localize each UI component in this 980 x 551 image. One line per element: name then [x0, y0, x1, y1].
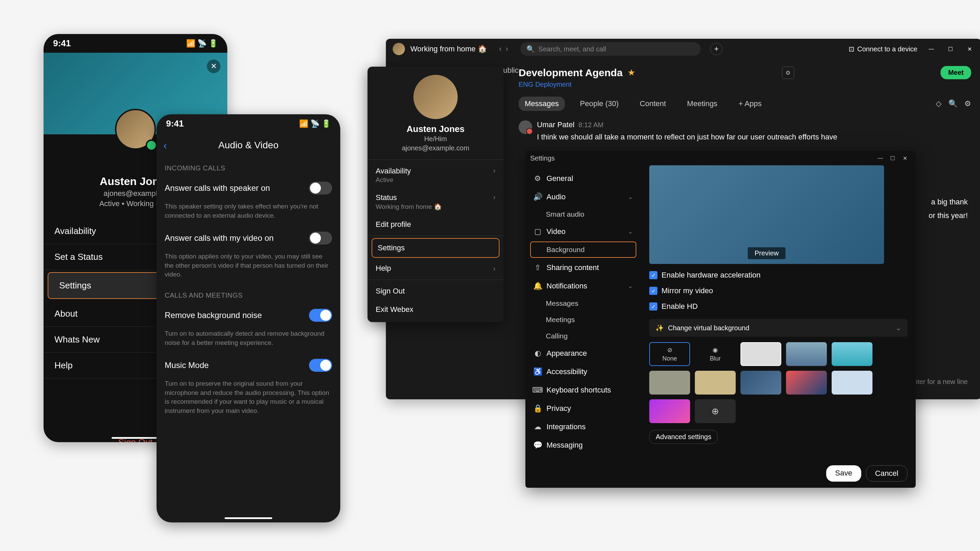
popover-exit[interactable]: Exit Webex [368, 300, 504, 319]
background-dropdown[interactable]: ✨ Change virtual background ⌄ [649, 319, 907, 337]
tag-icon[interactable]: ◇ [936, 99, 942, 108]
check-mirror[interactable]: ✓Mirror my video [649, 286, 907, 295]
bg-option-add[interactable]: ⊕ [695, 399, 736, 423]
check-hardware-accel[interactable]: ✓Enable hardware acceleration [649, 271, 907, 279]
minimize-icon[interactable]: — [926, 44, 937, 54]
avatar[interactable] [393, 43, 405, 55]
video-toggle-row[interactable]: Answer calls with my video on [156, 225, 340, 251]
sidebar-video[interactable]: ▢Video⌄ [525, 222, 641, 241]
sidebar-meetings[interactable]: 📅Meetings⌄ [525, 454, 641, 459]
settings-sidebar: ⚙General 🔊Audio⌄ Smart audio ▢Video⌄ Bac… [525, 165, 641, 459]
preview-label: Preview [748, 247, 785, 259]
screen-title: Audio & Video [163, 140, 334, 151]
sidebar-audio[interactable]: 🔊Audio⌄ [525, 188, 641, 206]
music-label: Music Mode [165, 360, 208, 370]
video-toggle[interactable] [309, 232, 332, 245]
noise-toggle-row[interactable]: Remove background noise [156, 303, 340, 328]
bg-option-blur[interactable]: ◉Blur [695, 342, 736, 366]
tab-meetings[interactable]: Meetings [681, 97, 724, 111]
sidebar-smart-audio[interactable]: Smart audio [525, 206, 641, 222]
sidebar-integrations[interactable]: ☁Integrations [525, 418, 641, 436]
search-icon[interactable]: 🔍 [948, 99, 958, 108]
check-hd[interactable]: ✓Enable HD [649, 302, 907, 311]
mobile-audio-video-screen: 9:41 📶 📡 🔋 ‹ Audio & Video INCOMING CALL… [156, 114, 340, 522]
presence-dot [146, 140, 157, 151]
video-description: This option applies only to your video, … [156, 251, 340, 285]
nav-forward-icon[interactable]: › [506, 44, 508, 53]
avatar[interactable] [414, 75, 458, 119]
tab-apps[interactable]: + Apps [732, 97, 768, 111]
minimize-icon[interactable]: — [874, 153, 886, 163]
sidebar-notif-calling[interactable]: Calling [525, 328, 641, 344]
sidebar-notif-meetings[interactable]: Meetings [525, 311, 641, 328]
close-icon[interactable]: ✕ [899, 153, 911, 163]
close-icon[interactable]: ✕ [207, 60, 221, 73]
popover-sign-out[interactable]: Sign Out [368, 282, 504, 300]
bg-option-image[interactable] [786, 371, 827, 395]
popover-settings[interactable]: Settings [372, 238, 500, 258]
chevron-down-icon: ⌄ [628, 193, 633, 201]
popover-status[interactable]: Status › Working from home 🏠 [368, 189, 504, 215]
nav-back-icon[interactable]: ‹ [499, 44, 501, 53]
close-icon[interactable]: ✕ [964, 44, 975, 54]
space-team[interactable]: ENG Deployment [519, 81, 971, 89]
popover-help[interactable]: Help › [368, 259, 504, 278]
search-placeholder: Search, meet, and call [538, 45, 606, 53]
advanced-settings-button[interactable]: Advanced settings [649, 430, 718, 444]
bg-option-image[interactable] [740, 371, 781, 395]
sidebar-accessibility[interactable]: ♿Accessibility [525, 362, 641, 381]
connect-device-button[interactable]: ⊡ Connect to a device [849, 45, 917, 53]
chat-icon: 💬 [533, 441, 542, 449]
add-button[interactable]: + [710, 43, 722, 55]
bg-option-image[interactable] [832, 342, 872, 366]
music-toggle-row[interactable]: Music Mode [156, 353, 340, 378]
chevron-right-icon: › [493, 265, 495, 272]
user-status[interactable]: Working from home 🏠 [410, 44, 487, 53]
tab-messages[interactable]: Messages [519, 97, 565, 111]
maximize-icon[interactable]: ☐ [945, 44, 956, 54]
bg-option-image[interactable] [695, 371, 736, 395]
noise-toggle[interactable] [309, 309, 332, 322]
user-pronouns: He/Him [368, 135, 504, 143]
home-indicator[interactable] [224, 517, 272, 519]
space-tabs: Messages People (30) Content Meetings + … [519, 97, 971, 111]
profile-popover: Austen Jones He/Him ajones@example.com A… [368, 67, 504, 322]
sidebar-appearance[interactable]: ◐Appearance [525, 344, 641, 362]
bg-option-image[interactable] [832, 371, 872, 395]
screen-header: ‹ Audio & Video [156, 133, 340, 157]
tab-content[interactable]: Content [633, 97, 672, 111]
sidebar-notif-messages[interactable]: Messages [525, 295, 641, 311]
home-indicator[interactable] [111, 437, 159, 439]
star-icon[interactable]: ★ [627, 67, 635, 78]
sidebar-sharing[interactable]: ⇧Sharing content [525, 259, 641, 277]
message-avatar[interactable] [519, 121, 532, 134]
music-toggle[interactable] [309, 359, 332, 372]
bg-option-none[interactable]: ⊘None [649, 342, 690, 366]
meet-button[interactable]: Meet [940, 66, 971, 79]
sidebar-background[interactable]: Background [530, 241, 636, 258]
bg-option-image[interactable] [649, 399, 690, 423]
record-icon[interactable]: ⊙ [782, 67, 794, 79]
sidebar-general[interactable]: ⚙General [525, 169, 641, 188]
enter-hint: Enter for a new line [909, 378, 968, 386]
bg-option-image[interactable] [740, 342, 781, 366]
sidebar-privacy[interactable]: 🔒Privacy [525, 399, 641, 418]
speaker-toggle-row[interactable]: Answer calls with speaker on [156, 176, 340, 201]
sidebar-notifications[interactable]: 🔔Notifications⌄ [525, 277, 641, 295]
back-icon[interactable]: ‹ [163, 139, 167, 152]
sidebar-keyboard[interactable]: ⌨Keyboard shortcuts [525, 381, 641, 399]
bg-option-image[interactable] [786, 342, 827, 366]
none-icon: ⊘ [667, 346, 672, 354]
sidebar-messaging[interactable]: 💬Messaging [525, 436, 641, 454]
gear-icon[interactable]: ⚙ [964, 99, 971, 108]
cancel-button[interactable]: Cancel [866, 465, 907, 482]
maximize-icon[interactable]: ☐ [886, 153, 899, 163]
save-button[interactable]: Save [826, 465, 861, 482]
bg-option-image[interactable] [649, 371, 690, 395]
tab-people[interactable]: People (30) [574, 97, 625, 111]
popover-edit-profile[interactable]: Edit profile [368, 215, 504, 233]
status-icons: 📶 📡 🔋 [186, 39, 218, 48]
speaker-toggle[interactable] [309, 182, 332, 195]
popover-availability[interactable]: Availability › Active [368, 162, 504, 189]
search-input[interactable]: 🔍 Search, meet, and call [520, 42, 701, 56]
